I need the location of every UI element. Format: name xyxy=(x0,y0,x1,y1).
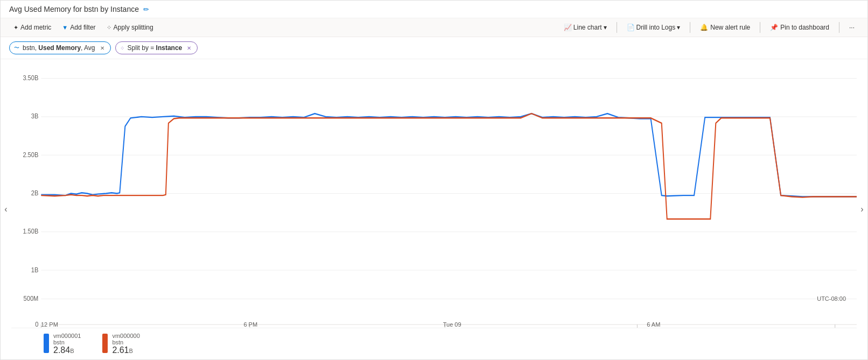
svg-text:2B: 2B xyxy=(31,189,39,197)
drill-into-logs-button[interactable]: 📄 Drill into Logs ▾ xyxy=(622,22,685,33)
legend-instance-0: vm000001 xyxy=(53,333,81,339)
pin-to-dashboard-button[interactable]: 📌 Pin to dashboard xyxy=(766,22,834,33)
legend-color-box-0 xyxy=(44,334,49,353)
filter-bar: 〜 bstn, Used Memory, Avg ✕ ⁘ Split by = … xyxy=(1,37,867,59)
split-chip: ⁘ Split by = Instance ✕ xyxy=(115,41,198,54)
svg-text:3B: 3B xyxy=(31,112,39,121)
legend-color-box-1 xyxy=(102,334,108,353)
x-label-tue09: Tue 09 xyxy=(443,321,461,328)
toolbar-separator-2 xyxy=(690,22,690,33)
add-filter-button[interactable]: ▼ Add filter xyxy=(58,22,100,33)
legend-text-1: vm000000 bstn 2.61B xyxy=(112,333,139,355)
edit-icon[interactable]: ✏ xyxy=(143,5,149,13)
drill-logs-label: Drill into Logs xyxy=(636,24,676,31)
add-metric-label: Add metric xyxy=(20,24,51,31)
toolbar: ✦ Add metric ▼ Add filter ⁘ Apply splitt… xyxy=(1,18,867,37)
legend-instance-1: vm000000 xyxy=(112,333,139,339)
x-label-12pm: 12 PM xyxy=(41,321,58,328)
split-chip-text: Split by = Instance xyxy=(128,44,183,52)
chart-inner: .grid-line { stroke: #e0e0e0; stroke-wid… xyxy=(11,59,857,359)
line-chart-chevron: ▾ xyxy=(604,24,607,31)
more-icon: ··· xyxy=(849,24,855,31)
legend-value-0: 2.84B xyxy=(53,345,81,355)
chart-svg-area: .grid-line { stroke: #e0e0e0; stroke-wid… xyxy=(11,59,857,328)
toolbar-separator-3 xyxy=(760,22,760,33)
new-alert-rule-button[interactable]: 🔔 New alert rule xyxy=(696,22,754,33)
svg-text:0: 0 xyxy=(35,320,38,328)
new-alert-label: New alert rule xyxy=(710,24,750,31)
x-label-6am: 6 AM xyxy=(647,321,660,328)
toolbar-separator-1 xyxy=(617,22,617,33)
legend-ns-0: bstn xyxy=(53,339,81,345)
x-axis-labels: 12 PM 6 PM Tue 09 6 AM xyxy=(41,321,846,328)
add-filter-label: Add filter xyxy=(70,24,95,31)
split-chip-close[interactable]: ✕ xyxy=(185,44,193,52)
toolbar-separator-4 xyxy=(839,22,839,33)
legend-bar: vm000001 bstn 2.84B vm000000 bstn 2.61B xyxy=(11,328,857,359)
chart-container: ‹ .grid-line { stroke: #e0e0e0; stroke-w… xyxy=(1,59,867,359)
title-bar: Avg Used Memory for bstn by Instance ✏ xyxy=(1,1,867,18)
legend-item-1: vm000000 bstn 2.61B xyxy=(102,333,139,355)
line-chart-button[interactable]: 📈 Line chart ▾ xyxy=(559,22,611,33)
legend-value-1: 2.61B xyxy=(112,345,139,355)
chart-nav-right[interactable]: › xyxy=(857,59,867,359)
split-chip-icon: ⁘ xyxy=(120,45,124,51)
pin-icon: 📌 xyxy=(770,24,778,31)
chart-svg: .grid-line { stroke: #e0e0e0; stroke-wid… xyxy=(11,59,857,328)
chart-nav-left[interactable]: ‹ xyxy=(1,59,11,359)
more-options-button[interactable]: ··· xyxy=(845,22,859,33)
apply-splitting-button[interactable]: ⁘ Apply splitting xyxy=(102,22,158,33)
pin-label: Pin to dashboard xyxy=(780,24,829,31)
apply-splitting-label: Apply splitting xyxy=(114,24,153,31)
legend-text-0: vm000001 bstn 2.84B xyxy=(53,333,81,355)
line-chart-icon: 📈 xyxy=(564,24,572,31)
svg-text:1.50B: 1.50B xyxy=(23,227,38,235)
toolbar-right: 📈 Line chart ▾ 📄 Drill into Logs ▾ 🔔 New… xyxy=(559,22,859,33)
legend-ns-1: bstn xyxy=(112,339,139,345)
add-metric-button[interactable]: ✦ Add metric xyxy=(9,22,55,33)
add-filter-icon: ▼ xyxy=(62,24,68,31)
metric-chip-text: bstn, Used Memory, Avg xyxy=(23,44,95,52)
svg-text:1B: 1B xyxy=(31,266,39,274)
alert-icon: 🔔 xyxy=(700,24,708,31)
add-metric-icon: ✦ xyxy=(13,24,18,31)
line-chart-label: Line chart xyxy=(573,24,602,31)
svg-text:500M: 500M xyxy=(24,294,39,302)
metric-chip: 〜 bstn, Used Memory, Avg ✕ xyxy=(9,41,111,54)
metric-chip-close[interactable]: ✕ xyxy=(99,44,106,52)
drill-logs-chevron: ▾ xyxy=(677,24,680,31)
svg-text:2.50B: 2.50B xyxy=(23,151,38,159)
legend-item-0: vm000001 bstn 2.84B xyxy=(44,333,81,355)
svg-text:3.50B: 3.50B xyxy=(23,74,38,82)
metric-chip-icon: 〜 xyxy=(14,44,19,52)
x-label-6pm: 6 PM xyxy=(243,321,257,328)
apply-splitting-icon: ⁘ xyxy=(107,24,111,31)
chart-title: Avg Used Memory for bstn by Instance xyxy=(9,5,139,13)
utc-label: UTC-08:00 xyxy=(817,295,846,302)
drill-logs-icon: 📄 xyxy=(627,24,635,31)
toolbar-left: ✦ Add metric ▼ Add filter ⁘ Apply splitt… xyxy=(9,22,158,33)
